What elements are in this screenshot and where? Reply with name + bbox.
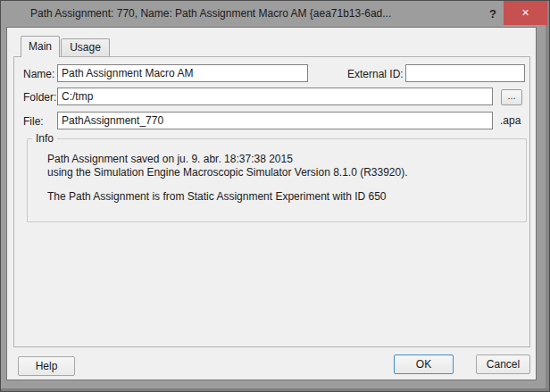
- info-line: [47, 179, 408, 190]
- browse-button[interactable]: ...: [501, 89, 522, 105]
- tab-content-panel: Name: External ID: Folder: ... File: .ap…: [13, 56, 530, 347]
- info-groupbox-legend: Info: [32, 132, 57, 145]
- dialog-client-area: Main Usage Name: External ID: Folder: ..…: [6, 27, 537, 380]
- dialog-window: Path Assignment: 770, Name: Path Assignm…: [0, 0, 550, 392]
- window-title: Path Assignment: 770, Name: Path Assignm…: [30, 1, 391, 27]
- name-input[interactable]: [57, 64, 308, 82]
- close-icon[interactable]: ×: [504, 1, 547, 25]
- external-id-label: External ID:: [347, 68, 404, 80]
- info-groupbox: Info Path Assignment saved on ju. 9. abr…: [27, 138, 527, 222]
- tab-main[interactable]: Main: [21, 36, 60, 57]
- info-line: using the Simulation Engine Macroscopic …: [47, 166, 408, 179]
- name-label: Name:: [23, 68, 54, 80]
- help-button[interactable]: Help: [18, 356, 75, 376]
- folder-input[interactable]: [57, 88, 493, 105]
- window-frame-right-edge: [546, 1, 549, 391]
- file-input[interactable]: [57, 112, 493, 129]
- file-extension-label: .apa: [500, 114, 521, 127]
- external-id-input[interactable]: [405, 64, 525, 82]
- file-label: File:: [23, 115, 44, 128]
- help-icon[interactable]: ?: [484, 4, 502, 24]
- ok-button[interactable]: OK: [394, 354, 454, 374]
- info-line: Path Assignment saved on ju. 9. abr. 18:…: [47, 153, 408, 166]
- tab-usage[interactable]: Usage: [61, 38, 110, 56]
- info-text: Path Assignment saved on ju. 9. abr. 18:…: [47, 153, 408, 204]
- info-line: The Path Assignment is from Static Assig…: [47, 190, 408, 204]
- window-frame-bottom-edge: [1, 388, 549, 391]
- cancel-button[interactable]: Cancel: [476, 354, 530, 374]
- folder-label: Folder:: [23, 91, 56, 104]
